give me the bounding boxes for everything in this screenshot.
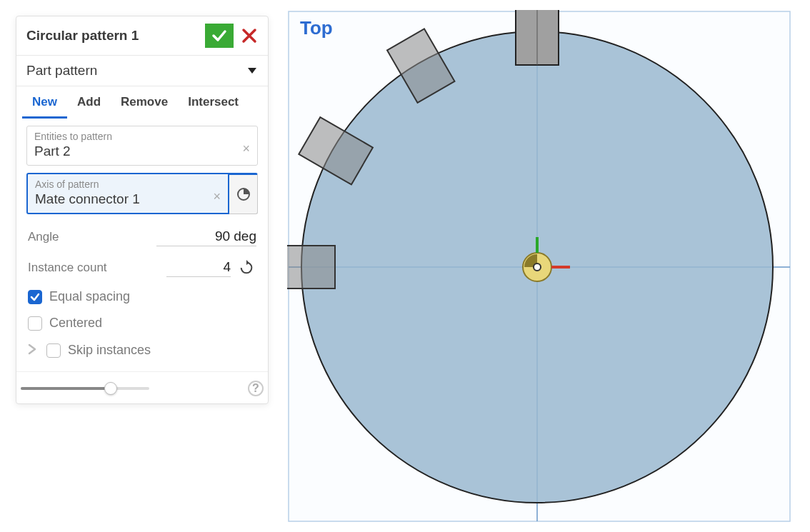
axis-field[interactable]: Axis of pattern Mate connector 1 × bbox=[26, 173, 229, 214]
close-icon bbox=[241, 28, 257, 44]
help-button[interactable]: ? bbox=[248, 381, 264, 396]
instance-count-label: Instance count bbox=[28, 261, 107, 275]
clear-entities-button[interactable]: × bbox=[242, 141, 250, 156]
entities-field[interactable]: Entities to pattern Part 2 × bbox=[26, 126, 258, 166]
instance-count-input[interactable]: 4 bbox=[166, 259, 231, 277]
feature-dialog: Circular pattern 1 Part pattern New Add … bbox=[16, 16, 269, 404]
confirm-button[interactable] bbox=[205, 24, 234, 48]
tab-intersect[interactable]: Intersect bbox=[178, 86, 249, 119]
view-orientation-label: Top bbox=[300, 17, 333, 39]
dialog-header: Circular pattern 1 bbox=[16, 16, 268, 56]
check-icon bbox=[211, 27, 228, 44]
skip-instances-label: Skip instances bbox=[68, 343, 151, 358]
equal-spacing-checkbox[interactable] bbox=[28, 290, 42, 304]
cancel-button[interactable] bbox=[239, 26, 259, 46]
angle-input[interactable]: 90 deg bbox=[156, 229, 256, 246]
clear-axis-button[interactable]: × bbox=[213, 189, 221, 204]
opacity-slider[interactable] bbox=[21, 387, 149, 390]
svg-point-2 bbox=[534, 264, 541, 271]
skip-instances-checkbox[interactable] bbox=[46, 343, 61, 358]
centered-checkbox[interactable] bbox=[28, 316, 42, 331]
chevron-down-icon bbox=[248, 68, 256, 74]
rotate-icon bbox=[239, 260, 254, 276]
pattern-instance[interactable] bbox=[287, 246, 335, 288]
expand-skip-instances[interactable] bbox=[28, 342, 39, 358]
entities-value: Part 2 bbox=[34, 144, 250, 159]
tab-new[interactable]: New bbox=[22, 86, 67, 119]
dialog-title: Circular pattern 1 bbox=[26, 28, 139, 44]
mate-connector-button[interactable] bbox=[229, 173, 258, 214]
check-icon bbox=[30, 292, 40, 302]
graphics-viewport[interactable]: Top bbox=[287, 10, 791, 523]
mate-connector-icon bbox=[236, 186, 251, 202]
axis-value: Mate connector 1 bbox=[35, 191, 221, 207]
svg-rect-9 bbox=[287, 246, 335, 288]
boolean-tabs: New Add Remove Intersect bbox=[16, 86, 268, 119]
pattern-type-dropdown[interactable]: Part pattern bbox=[16, 56, 268, 86]
axis-label: Axis of pattern bbox=[35, 179, 221, 190]
entities-label: Entities to pattern bbox=[34, 131, 250, 142]
tab-remove[interactable]: Remove bbox=[111, 86, 178, 119]
flip-direction-button[interactable] bbox=[236, 258, 256, 278]
tab-add[interactable]: Add bbox=[67, 86, 111, 119]
angle-label: Angle bbox=[28, 230, 59, 244]
equal-spacing-label: Equal spacing bbox=[49, 289, 130, 304]
centered-label: Centered bbox=[49, 316, 102, 331]
slider-handle[interactable] bbox=[104, 382, 117, 395]
pattern-seed-part[interactable] bbox=[516, 10, 559, 65]
pattern-type-label: Part pattern bbox=[26, 63, 97, 79]
